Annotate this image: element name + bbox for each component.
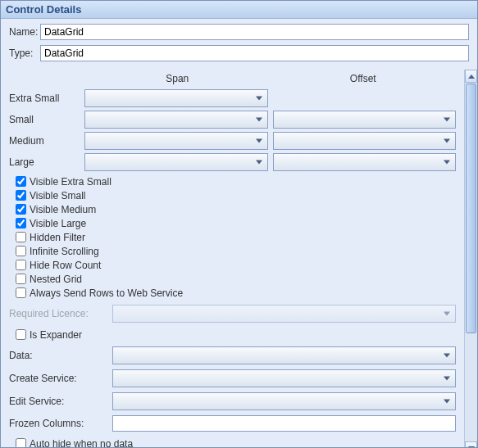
size-md-label: Medium bbox=[9, 135, 80, 147]
data-dropdown[interactable] bbox=[112, 346, 456, 364]
visible-sm-checkbox[interactable] bbox=[16, 190, 26, 201]
svg-marker-0 bbox=[468, 75, 475, 79]
frozen-columns-input[interactable] bbox=[112, 415, 456, 432]
size-xs-label: Extra Small bbox=[9, 93, 80, 104]
is-expander-checkbox[interactable] bbox=[16, 329, 26, 340]
scroll-content: Span Offset Extra Small Small Medium Lar… bbox=[1, 70, 464, 448]
type-label: Type: bbox=[9, 48, 40, 59]
visible-md-checkbox[interactable] bbox=[16, 204, 26, 215]
edit-service-dropdown[interactable] bbox=[112, 392, 456, 410]
xs-span-dropdown[interactable] bbox=[84, 89, 268, 107]
visible-sm-label: Visible Small bbox=[30, 190, 85, 201]
sm-span-dropdown[interactable] bbox=[84, 111, 268, 129]
vertical-scrollbar[interactable] bbox=[464, 70, 477, 448]
hidden-filter-label: Hidden Filter bbox=[30, 232, 85, 243]
scroll-track[interactable] bbox=[465, 84, 477, 441]
hide-row-count-label: Hide Row Count bbox=[30, 260, 101, 271]
visible-lg-checkbox[interactable] bbox=[16, 218, 26, 229]
is-expander-label: Is Expander bbox=[30, 329, 82, 341]
scroll-thumb[interactable] bbox=[466, 84, 476, 333]
span-header: Span bbox=[84, 73, 271, 84]
type-input[interactable] bbox=[40, 45, 469, 61]
edit-service-label: Edit Service: bbox=[9, 396, 107, 407]
hidden-filter-checkbox[interactable] bbox=[16, 232, 26, 242]
visible-xs-checkbox[interactable] bbox=[16, 176, 26, 187]
visible-md-label: Visible Medium bbox=[30, 204, 96, 215]
frozen-columns-label: Frozen Columns: bbox=[9, 418, 107, 429]
md-offset-dropdown[interactable] bbox=[273, 132, 457, 150]
sm-offset-dropdown[interactable] bbox=[273, 111, 457, 129]
name-label: Name: bbox=[9, 26, 40, 38]
scroll-up-button[interactable] bbox=[465, 70, 477, 83]
scroll-down-button[interactable] bbox=[465, 441, 477, 448]
infinite-scrolling-checkbox[interactable] bbox=[16, 246, 26, 256]
nested-grid-label: Nested Grid bbox=[30, 274, 82, 285]
lg-offset-dropdown[interactable] bbox=[273, 153, 457, 171]
required-licence-dropdown bbox=[112, 305, 456, 323]
infinite-scrolling-label: Infinite Scrolling bbox=[30, 246, 99, 257]
create-service-label: Create Service: bbox=[9, 373, 107, 384]
always-send-checkbox[interactable] bbox=[16, 287, 26, 298]
size-lg-label: Large bbox=[9, 156, 80, 168]
always-send-label: Always Send Rows to Web Service bbox=[30, 287, 183, 299]
top-form: Name: Type: bbox=[1, 19, 477, 70]
hide-row-count-checkbox[interactable] bbox=[16, 260, 26, 270]
lg-span-dropdown[interactable] bbox=[84, 153, 268, 171]
data-label: Data: bbox=[9, 350, 107, 361]
md-span-dropdown[interactable] bbox=[84, 132, 268, 150]
nested-grid-checkbox[interactable] bbox=[16, 274, 26, 284]
visible-xs-label: Visible Extra Small bbox=[30, 176, 112, 188]
required-licence-label: Required Licence: bbox=[9, 308, 107, 319]
auto-hide-checkbox[interactable] bbox=[16, 438, 26, 448]
chevron-up-icon bbox=[468, 75, 475, 79]
size-sm-label: Small bbox=[9, 114, 80, 125]
visible-lg-label: Visible Large bbox=[30, 218, 86, 229]
create-service-dropdown[interactable] bbox=[112, 369, 456, 387]
offset-header: Offset bbox=[271, 73, 457, 84]
auto-hide-label: Auto hide when no data bbox=[30, 438, 133, 449]
name-input[interactable] bbox=[40, 24, 469, 40]
panel-header: Control Details bbox=[1, 1, 477, 19]
